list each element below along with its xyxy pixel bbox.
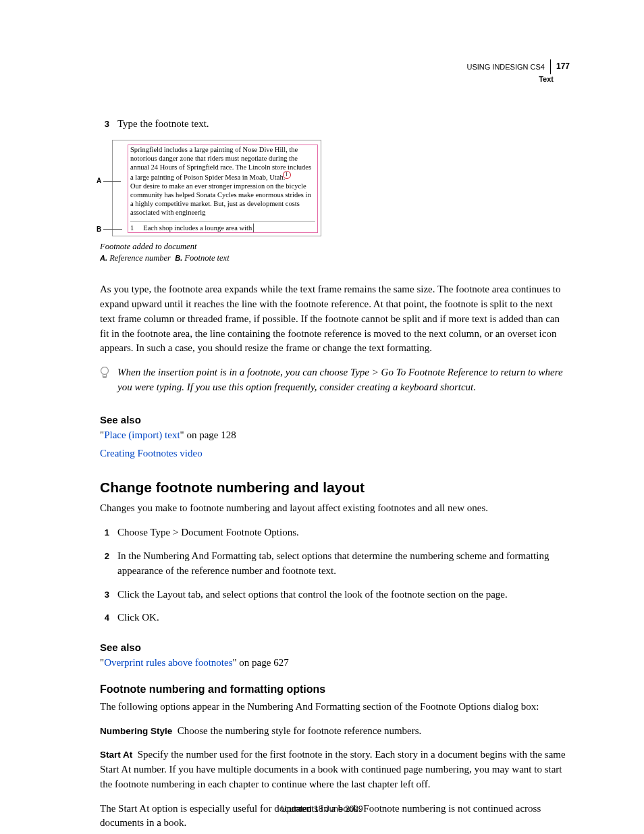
step-number: 4 [100,610,109,625]
change-step-1: 1 Choose Type > Document Footnote Option… [100,525,570,540]
step-text: Click OK. [117,610,570,625]
step-number: 3 [100,587,109,602]
page-header: USING INDESIGN CS4 177 Text [100,59,570,84]
figure-paragraph-2: Our desire to make an ever stronger impr… [130,182,315,217]
paragraph-options-intro: The following options appear in the Numb… [100,700,570,714]
callout-label-b: B [97,226,101,233]
link-creating-footnotes-video[interactable]: Creating Footnotes video [100,448,203,459]
figure-text-frame: Springfield includes a large painting of… [128,145,318,234]
see-also-link-3: "Overprint rules above footnotes" on pag… [100,657,570,669]
footnote-text: Each shop includes a lounge area with [143,224,254,232]
step-number: 1 [100,525,109,540]
paragraph-change-intro: Changes you make to footnote numbering a… [100,501,570,516]
see-also-heading: See also [100,414,570,425]
step-number: 3 [100,116,109,132]
figure-callout-key: A. Reference number B. Footnote text [100,253,570,263]
key-b-text: Footnote text [184,253,229,263]
footnote-area: 1 Each shop includes a lounge area with [130,221,315,232]
step-text: Type the footnote text. [117,116,570,132]
paragraph-expand: As you type, the footnote area expands w… [100,282,570,356]
tip-text: When the insertion point is in a footnot… [117,365,570,395]
heading-change-footnote: Change footnote numbering and layout [100,479,570,496]
figure-caption: Footnote added to document [100,242,570,252]
figure-frame: A B Springfield includes a large paintin… [112,140,321,237]
option-start-at: Start At Specify the number used for the… [100,748,570,791]
change-step-2: 2 In the Numbering And Formatting tab, s… [100,548,570,579]
link-overprint-rules[interactable]: Overprint rules above footnotes [104,657,232,668]
leader-line-b [103,229,122,230]
change-step-4: 4 Click OK. [100,610,570,625]
heading-options: Footnote numbering and formatting option… [100,683,570,696]
step-text: Click the Layout tab, and select options… [117,587,570,602]
figure-paragraph-1: Springfield includes a large painting of… [130,145,315,182]
footnote-reference-marker: 1 [285,172,288,182]
figure-footnote: A B Springfield includes a large paintin… [112,140,321,237]
footnote-number: 1 [130,224,134,232]
key-a-label: A. [100,254,107,262]
see-also-heading-2: See also [100,642,570,653]
change-step-3: 3 Click the Layout tab, and select optio… [100,587,570,602]
see-also-link-2: Creating Footnotes video [100,448,570,459]
step-text: Choose Type > Document Footnote Options. [117,525,570,540]
callout-label-a: A [97,177,101,184]
step-text: In the Numbering And Formatting tab, sel… [117,548,570,579]
header-divider [550,59,551,74]
key-b-label: B. [175,254,182,262]
option-label: Start At [100,750,132,760]
step-3: 3 Type the footnote text. [100,116,570,132]
link-place-import-text[interactable]: Place (import) text [104,429,180,440]
header-product: USING INDESIGN CS4 [466,62,545,72]
step-number: 2 [100,548,109,579]
lightbulb-icon [100,365,111,395]
page-number: 177 [556,61,570,72]
option-text: Specify the number used for the first fo… [100,749,566,789]
tip-block: When the insertion point is in a footnot… [100,365,570,395]
page-content: USING INDESIGN CS4 177 Text 3 Type the f… [0,0,644,831]
header-section: Text [100,74,554,84]
page-footer: Updated 18 June 2009 [0,804,644,814]
key-a-text: Reference number [109,253,171,263]
leader-line-a [103,181,121,182]
svg-point-0 [101,367,109,375]
option-numbering-style: Numbering Style Choose the numbering sty… [100,724,570,739]
option-text: Choose the numbering style for footnote … [178,725,422,736]
option-label: Numbering Style [100,726,172,736]
see-also-link-1: "Place (import) text" on page 128 [100,429,570,441]
